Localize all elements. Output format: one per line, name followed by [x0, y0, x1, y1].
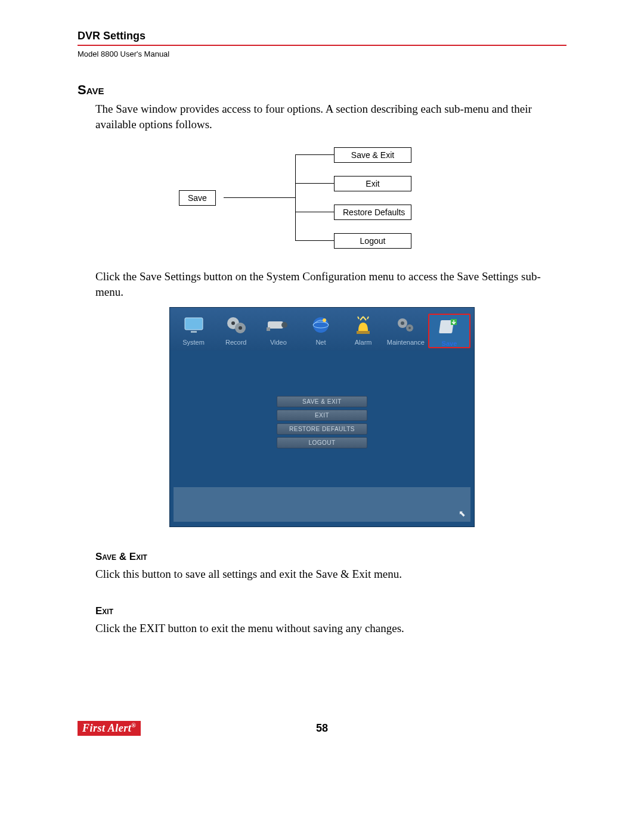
diagram-child-0: Save & Exit	[334, 147, 411, 163]
svg-point-4	[231, 321, 235, 325]
reel-icon	[223, 314, 249, 336]
section-header: DVR Settings	[78, 30, 566, 42]
screenshot-body: SAVE & EXIT EXIT RESTORE DEFAULTS LOGOUT	[170, 351, 474, 479]
svg-point-16	[408, 327, 411, 329]
tab-save[interactable]: Save	[428, 314, 470, 348]
tab-label: Net	[315, 339, 326, 346]
save-exit-heading: Save & Exit	[95, 551, 566, 563]
save-hierarchy-diagram: Save Save & Exit Exit Restore Defaults L…	[167, 144, 477, 257]
diagram-child-1: Exit	[334, 176, 411, 191]
tab-label: System	[182, 339, 205, 346]
save-exit-text: Click this button to save all settings a…	[95, 566, 566, 582]
restore-defaults-button[interactable]: RESTORE DEFAULTS	[277, 423, 367, 435]
diagram-child-2: Restore Defaults	[334, 205, 411, 220]
screenshot-status-bar: ⬉	[174, 487, 470, 522]
disk-icon	[436, 315, 462, 337]
dvr-screenshot: System Record Video Net Alarm Maintenanc…	[169, 307, 475, 527]
svg-point-5	[239, 326, 242, 330]
exit-button[interactable]: EXIT	[277, 410, 367, 421]
tab-label: Maintenance	[387, 339, 425, 346]
exit-text: Click the EXIT button to exit the menu w…	[95, 621, 566, 636]
diagram-child-3: Logout	[334, 233, 411, 249]
gears-icon	[392, 314, 419, 336]
tab-record[interactable]: Record	[216, 314, 256, 348]
svg-rect-0	[185, 318, 203, 330]
save-post-diagram: Click the Save Settings button on the Sy…	[95, 269, 566, 299]
svg-rect-1	[191, 331, 197, 333]
svg-point-9	[313, 317, 329, 333]
globe-icon	[308, 314, 334, 336]
save-heading: Save	[78, 82, 566, 98]
tab-net[interactable]: Net	[301, 314, 340, 348]
tab-video[interactable]: Video	[258, 314, 298, 348]
tab-label: Alarm	[355, 339, 372, 346]
exit-heading: Exit	[95, 605, 566, 617]
tab-label: Save	[442, 340, 457, 347]
siren-icon	[350, 314, 376, 336]
camera-icon	[265, 314, 292, 336]
brand-logo: First Alert®	[78, 721, 141, 736]
svg-rect-8	[267, 327, 270, 331]
svg-point-14	[401, 321, 404, 325]
monitor-icon	[181, 314, 207, 336]
svg-point-11	[323, 318, 326, 322]
logout-button[interactable]: LOGOUT	[277, 437, 367, 448]
save-intro: The Save window provides access to four …	[95, 101, 566, 132]
diagram-root: Save	[179, 190, 216, 206]
tab-label: Video	[270, 339, 287, 346]
svg-rect-12	[357, 331, 370, 334]
cursor-icon: ⬉	[459, 509, 466, 518]
page-footer: First Alert® 58	[78, 720, 566, 738]
page-number: 58	[316, 722, 328, 735]
divider	[78, 45, 566, 46]
svg-point-7	[281, 322, 287, 328]
tab-label: Record	[225, 339, 246, 346]
tab-alarm[interactable]: Alarm	[343, 314, 383, 348]
tab-system[interactable]: System	[174, 314, 213, 348]
save-exit-button[interactable]: SAVE & EXIT	[277, 396, 367, 407]
tab-bar: System Record Video Net Alarm Maintenanc…	[170, 308, 474, 351]
tab-maintenance[interactable]: Maintenance	[386, 314, 426, 348]
manual-name: Model 8800 User's Manual	[78, 49, 566, 58]
